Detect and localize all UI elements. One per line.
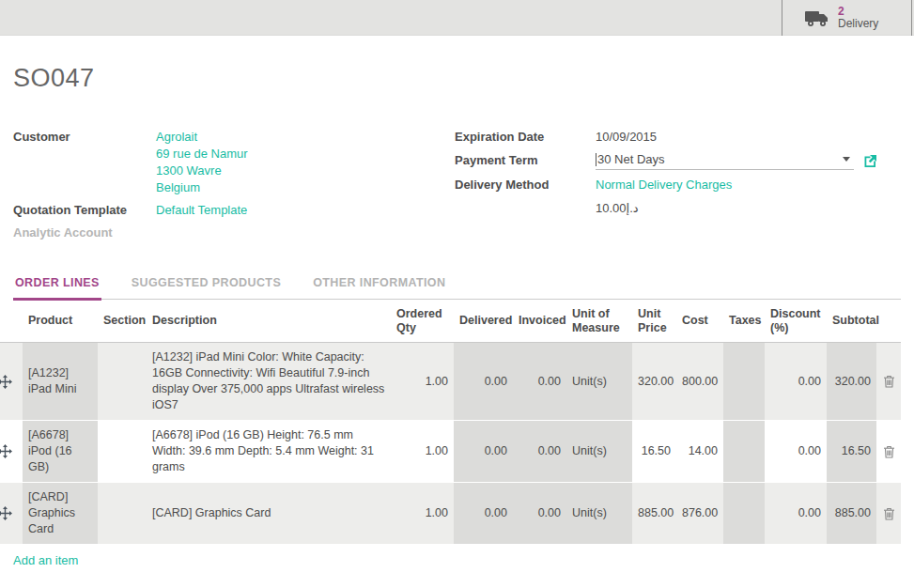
table-row[interactable]: [A6678] iPod (16 GB) [A6678] iPod (16 GB… [0,421,901,483]
chevron-down-icon[interactable] [843,157,850,162]
customer-city[interactable]: 1300 Wavre [156,162,248,179]
quotation-template-row: Quotation Template Default Template [13,202,455,219]
col-description[interactable]: Description [147,300,391,343]
cell-description[interactable]: [CARD] Graphics Card [147,483,391,545]
payment-term-label: Payment Term [455,152,596,169]
cell-unit-of-measure: Unit(s) [566,483,632,545]
col-product[interactable]: Product [23,300,98,343]
drag-handle-icon[interactable] [0,421,23,483]
cell-delivered: 0.00 [454,421,513,483]
col-invoiced[interactable]: Invoiced [513,300,566,343]
customer-street[interactable]: 69 rue de Namur [156,146,248,162]
trash-icon[interactable] [876,343,901,421]
quotation-template-link[interactable]: Default Template [156,202,247,219]
order-form-sheet: SO047 Customer Agrolait 69 rue de Namur … [0,64,914,300]
table-header-row: Product Section Description Ordered Qty … [0,300,901,343]
cell-section[interactable] [98,343,147,421]
quotation-template-label: Quotation Template [13,202,156,219]
cell-subtotal: 16.50 [827,421,876,483]
cell-taxes [723,421,765,483]
col-ordered-qty[interactable]: Ordered Qty [391,300,454,343]
text-cursor [596,153,596,166]
cell-product[interactable]: [CARD] Graphics Card [23,483,98,545]
cell-cost[interactable]: 800.00 [676,343,723,421]
customer-row: Customer Agrolait 69 rue de Namur 1300 W… [13,129,455,196]
tab-other-information[interactable]: OTHER INFORMATION [311,271,447,299]
cell-unit-price[interactable]: 320.00 [632,343,676,421]
delivery-stat: 2 Delivery [838,6,878,30]
cell-ordered-qty[interactable]: 1.00 [391,421,454,483]
cell-cost[interactable]: 876.00 [676,483,723,545]
form-right-column: Expiration Date 10/09/2015 Payment Term … [455,129,901,246]
delivery-method-row: Delivery Method Normal Delivery Charges [455,177,901,193]
cell-cost[interactable]: 14.00 [676,421,723,483]
cell-section[interactable] [98,421,147,483]
cell-unit-price[interactable]: 16.50 [632,421,676,483]
payment-term-widget: 30 Net Days [596,152,877,170]
cell-section[interactable] [98,483,147,545]
truck-icon [805,8,829,27]
cell-product[interactable]: [A6678] iPod (16 GB) [23,421,98,483]
drag-handle-icon[interactable] [0,343,23,421]
col-section[interactable]: Section [98,300,147,343]
cell-invoiced: 0.00 [513,483,566,545]
delivery-method-label: Delivery Method [455,177,596,193]
payment-term-value: 30 Net Days [597,152,665,166]
cell-unit-price[interactable]: 885.00 [632,483,676,545]
col-handle [0,300,23,343]
cell-discount[interactable]: 0.00 [765,421,827,483]
col-discount[interactable]: Discount (%) [765,300,827,343]
delivery-method-link[interactable]: Normal Delivery Charges [596,177,732,193]
col-subtotal[interactable]: Subtotal [827,300,876,343]
analytic-account-row: Analytic Account [13,224,455,241]
cell-discount[interactable]: 0.00 [765,483,827,545]
cell-subtotal: 320.00 [827,343,876,421]
table-row[interactable]: [CARD] Graphics Card [CARD] Graphics Car… [0,483,901,545]
cell-product[interactable]: [A1232] iPad Mini [23,343,98,421]
col-delete [876,300,901,343]
cell-invoiced: 0.00 [513,343,566,421]
tab-suggested-products[interactable]: SUGGESTED PRODUCTS [130,271,283,299]
delivery-smart-button[interactable]: 2 Delivery [782,0,912,36]
analytic-account-label: Analytic Account [13,224,156,241]
order-lines-table: Product Section Description Ordered Qty … [0,300,901,545]
cell-subtotal: 885.00 [827,483,876,545]
cell-delivered: 0.00 [454,343,513,421]
table-row[interactable]: [A1232] iPad Mini [A1232] iPad Mini Colo… [0,343,901,421]
expiration-date-label: Expiration Date [455,129,596,146]
cell-discount[interactable]: 0.00 [765,343,827,421]
cell-ordered-qty[interactable]: 1.00 [391,343,454,421]
page-title: SO047 [13,64,901,93]
tab-order-lines[interactable]: ORDER LINES [13,271,101,301]
top-bar: 2 Delivery [0,0,914,36]
col-delivered[interactable]: Delivered [454,300,513,343]
customer-label: Customer [13,129,156,196]
trash-icon[interactable] [876,421,901,483]
customer-value: Agrolait 69 rue de Namur 1300 Wavre Belg… [156,129,248,196]
expiration-date-row: Expiration Date 10/09/2015 [455,129,901,146]
cell-description[interactable]: [A6678] iPod (16 GB) Height: 76.5 mm Wid… [147,421,391,483]
cell-unit-of-measure: Unit(s) [566,343,632,421]
payment-term-input[interactable]: 30 Net Days [596,152,854,170]
trash-icon[interactable] [876,483,901,545]
drag-handle-icon[interactable] [0,483,23,545]
cell-delivered: 0.00 [454,483,513,545]
col-taxes[interactable]: Taxes [723,300,765,343]
cell-unit-of-measure: Unit(s) [566,421,632,483]
col-unit-of-measure[interactable]: Unit of Measure [566,300,632,343]
form-left-column: Customer Agrolait 69 rue de Namur 1300 W… [13,129,455,246]
col-cost[interactable]: Cost [676,300,723,343]
cell-invoiced: 0.00 [513,421,566,483]
col-unit-price[interactable]: Unit Price [632,300,676,343]
order-lines-table-wrap: Product Section Description Ordered Qty … [0,300,914,545]
cell-description[interactable]: [A1232] iPad Mini Color: White Capacity:… [147,343,391,421]
add-an-item-link[interactable]: Add an item [13,553,78,567]
external-link-icon[interactable] [863,154,877,168]
cell-ordered-qty[interactable]: 1.00 [391,483,454,545]
customer-country[interactable]: Belgium [156,179,248,196]
cell-taxes [723,343,765,421]
customer-name-link[interactable]: Agrolait [156,129,248,146]
form-grid: Customer Agrolait 69 rue de Namur 1300 W… [13,129,901,246]
payment-term-row: Payment Term 30 Net Days [455,152,901,170]
expiration-date-value[interactable]: 10/09/2015 [596,129,657,146]
